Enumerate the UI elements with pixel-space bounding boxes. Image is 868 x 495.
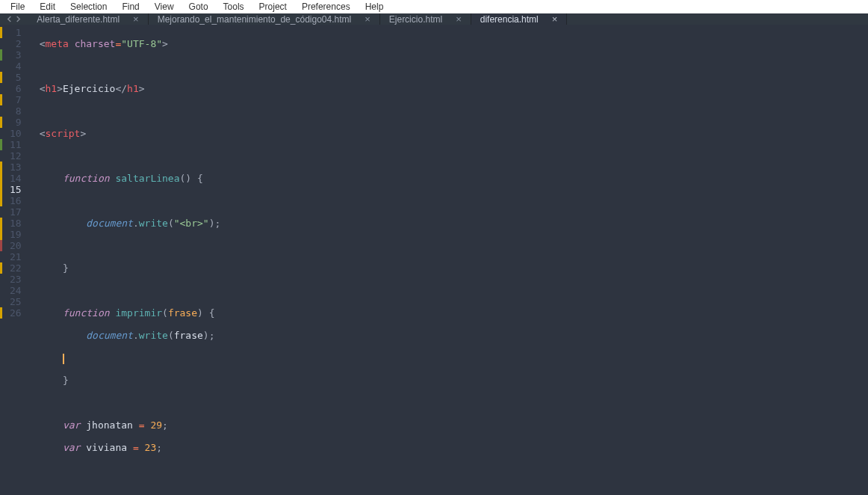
line-number: 23 xyxy=(10,274,22,285)
kw-var: var xyxy=(63,419,80,431)
line-number: 21 xyxy=(10,251,22,262)
code[interactable]: <meta charset="UTF-8"> <h1>Ejercicio</h1… xyxy=(31,25,455,495)
line-number: 4 xyxy=(10,61,22,72)
tab-label: Mejorando_el_mantenimiento_de_código04.h… xyxy=(158,14,352,25)
line-number: 7 xyxy=(10,94,22,105)
gutter: 1234567891011121314151617181920212223242… xyxy=(2,25,31,495)
line-number: 6 xyxy=(10,83,22,94)
arg-frase: frase xyxy=(174,330,203,341)
num-23: 23 xyxy=(145,442,157,453)
line-number: 13 xyxy=(10,162,22,173)
line-number: 10 xyxy=(10,128,22,139)
line-number: 11 xyxy=(10,139,22,150)
menu-selection[interactable]: Selection xyxy=(63,0,114,13)
attr-charset: charset xyxy=(75,38,116,49)
fn-write: write xyxy=(139,218,168,229)
str-utf8: "UTF-8" xyxy=(121,38,162,49)
menu-edit[interactable]: Edit xyxy=(32,0,63,13)
menu-file[interactable]: File xyxy=(3,0,32,13)
line-number: 8 xyxy=(10,105,22,117)
line-number: 22 xyxy=(10,262,22,274)
param-frase: frase xyxy=(168,307,197,319)
fn-imprimir: imprimir xyxy=(115,307,162,319)
str-br: "<br>" xyxy=(174,218,209,229)
tab-mejorando[interactable]: Mejorando_el_mantenimiento_de_código04.h… xyxy=(149,13,380,25)
menu-tools[interactable]: Tools xyxy=(216,0,252,13)
kw-function: function xyxy=(63,307,110,319)
line-number: 26 xyxy=(10,307,22,319)
tab-label: Alerta_diferente.html xyxy=(37,14,120,25)
tag-h1-close: h1 xyxy=(127,83,139,94)
line-number: 12 xyxy=(10,150,22,162)
tab-bar: Alerta_diferente.html × Mejorando_el_man… xyxy=(0,13,868,25)
line-number: 14 xyxy=(10,173,22,184)
close-icon[interactable]: × xyxy=(552,13,558,25)
line-number: 2 xyxy=(10,38,22,49)
text-cursor xyxy=(63,354,64,364)
menu-view[interactable]: View xyxy=(147,0,182,13)
h1-text: Ejercicio xyxy=(63,83,115,94)
menu-help[interactable]: Help xyxy=(358,0,391,13)
menu-find[interactable]: Find xyxy=(114,0,146,13)
chevron-right-icon xyxy=(15,16,22,22)
close-icon[interactable]: × xyxy=(365,13,371,25)
num-29: 29 xyxy=(150,419,162,431)
line-number: 18 xyxy=(10,218,22,229)
line-number: 15 xyxy=(10,184,22,195)
close-icon[interactable]: × xyxy=(133,13,139,25)
tag-h1: h1 xyxy=(45,83,57,94)
line-number: 20 xyxy=(10,240,22,251)
fn-saltarlinea: saltarLinea xyxy=(115,173,179,184)
tab-label: Ejercicio.html xyxy=(389,14,442,25)
line-number: 5 xyxy=(10,72,22,83)
menu-goto[interactable]: Goto xyxy=(182,0,216,13)
editor[interactable]: 1234567891011121314151617181920212223242… xyxy=(0,25,868,495)
obj-document: document xyxy=(86,218,133,229)
line-number: 9 xyxy=(10,117,22,128)
tab-history-nav[interactable] xyxy=(0,13,28,25)
fn-write: write xyxy=(139,330,168,341)
kw-var: var xyxy=(63,442,80,453)
line-number: 17 xyxy=(10,206,22,218)
line-number: 16 xyxy=(10,195,22,206)
line-number: 24 xyxy=(10,285,22,296)
close-icon[interactable]: × xyxy=(456,13,462,25)
line-number: 3 xyxy=(10,49,22,61)
kw-function: function xyxy=(63,173,110,184)
tab-alerta-diferente[interactable]: Alerta_diferente.html × xyxy=(28,13,148,25)
chevron-left-icon xyxy=(6,16,13,22)
line-number: 19 xyxy=(10,229,22,240)
var-jhonatan: jhonatan xyxy=(86,419,133,431)
menu-bar: File Edit Selection Find View Goto Tools… xyxy=(0,0,868,13)
tab-label: diferencia.html xyxy=(480,14,539,25)
tab-ejercicio[interactable]: Ejercicio.html × xyxy=(380,13,471,25)
var-viviana: viviana xyxy=(86,442,127,453)
tab-diferencia[interactable]: diferencia.html × xyxy=(471,13,568,25)
menu-project[interactable]: Project xyxy=(252,0,294,13)
menu-preferences[interactable]: Preferences xyxy=(294,0,358,13)
line-number: 1 xyxy=(10,27,22,38)
tag-script: script xyxy=(45,128,80,139)
obj-document: document xyxy=(86,330,133,341)
tag-meta: meta xyxy=(45,38,68,49)
line-number: 25 xyxy=(10,296,22,307)
